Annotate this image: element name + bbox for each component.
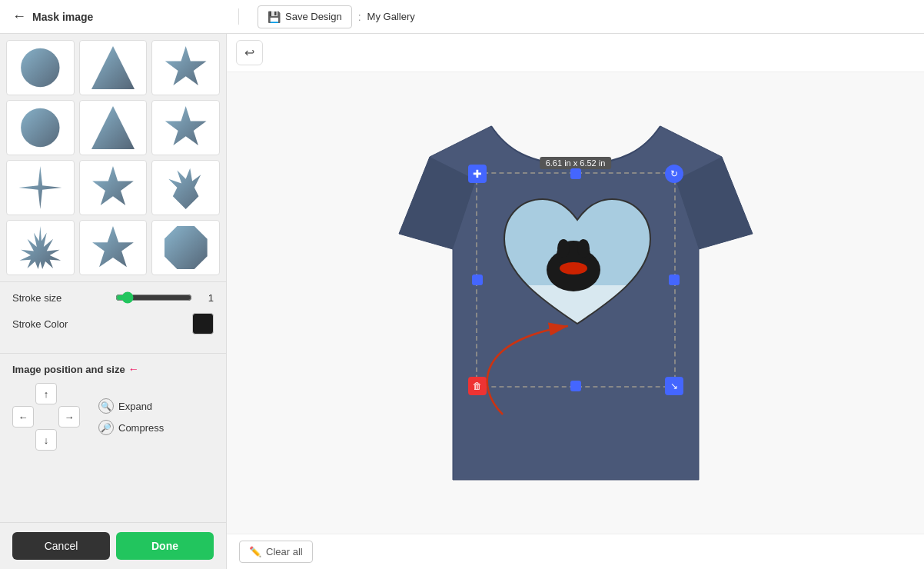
sidebar: Stroke size 1 Stroke Color Image positio… bbox=[0, 34, 227, 569]
mask-item[interactable] bbox=[6, 220, 75, 275]
canvas-main[interactable]: 6.61 in x 6.52 in ✚ ↻ 🗑 ↘ bbox=[227, 72, 924, 534]
expand-icon: 🔍 bbox=[98, 398, 114, 414]
empty-cell bbox=[12, 383, 34, 404]
compress-button[interactable]: 🔎 Compress bbox=[98, 420, 164, 435]
arrow-grid: ↑ ← → ↓ bbox=[12, 383, 80, 451]
clear-all-label: Clear all bbox=[266, 546, 303, 557]
compress-icon: 🔎 bbox=[98, 420, 114, 435]
back-button[interactable]: ← bbox=[12, 8, 26, 25]
clear-all-button[interactable]: ✏️ Clear all bbox=[239, 541, 313, 563]
empty-cell bbox=[58, 383, 80, 404]
mask-item[interactable] bbox=[79, 220, 148, 275]
position-section: Image position and size ← ↑ ← → ↓ bbox=[0, 353, 226, 460]
done-button[interactable]: Done bbox=[116, 532, 214, 560]
compress-label: Compress bbox=[118, 422, 164, 434]
divider: : bbox=[358, 11, 361, 23]
top-bar: ← Mask image 💾 Save Design : My Gallery bbox=[0, 0, 924, 34]
stroke-size-label: Stroke size bbox=[12, 292, 61, 304]
tshirt-container: 6.61 in x 6.52 in ✚ ↻ 🗑 ↘ bbox=[384, 80, 768, 526]
mask-item[interactable] bbox=[79, 100, 148, 155]
tshirt-svg bbox=[384, 80, 768, 526]
move-left-button[interactable]: ← bbox=[12, 406, 34, 428]
cancel-button[interactable]: Cancel bbox=[12, 532, 110, 560]
mask-item[interactable] bbox=[151, 40, 220, 95]
save-design-label: Save Design bbox=[285, 11, 342, 22]
save-icon: 💾 bbox=[268, 11, 281, 23]
move-down-button[interactable]: ↓ bbox=[35, 429, 57, 451]
mask-item[interactable] bbox=[79, 40, 148, 95]
empty-cell bbox=[35, 406, 57, 428]
page-title: Mask image bbox=[32, 11, 93, 23]
empty-cell bbox=[58, 429, 80, 451]
eraser-icon: ✏️ bbox=[249, 546, 261, 557]
sidebar-header: ← Mask image bbox=[12, 8, 239, 25]
stroke-color-row: Stroke Color bbox=[12, 313, 214, 334]
position-title-text: Image position and size bbox=[12, 364, 125, 375]
position-arrow-icon: ← bbox=[128, 363, 139, 375]
top-actions: 💾 Save Design : My Gallery bbox=[245, 5, 415, 28]
main-layout: Stroke size 1 Stroke Color Image positio… bbox=[0, 34, 924, 569]
my-gallery-button[interactable]: My Gallery bbox=[367, 11, 415, 22]
mask-item[interactable] bbox=[6, 160, 75, 215]
stroke-color-label: Stroke Color bbox=[12, 318, 68, 330]
undo-button[interactable]: ↩ bbox=[236, 40, 263, 65]
mask-grid bbox=[0, 34, 226, 281]
mask-item[interactable] bbox=[79, 160, 148, 215]
position-title: Image position and size ← bbox=[12, 363, 214, 375]
position-controls: ↑ ← → ↓ 🔍 Expand 🔎 bbox=[12, 383, 214, 451]
zoom-controls: 🔍 Expand 🔎 Compress bbox=[98, 398, 164, 435]
mask-item[interactable] bbox=[151, 160, 220, 215]
mask-item[interactable] bbox=[151, 220, 220, 275]
stroke-size-slider[interactable] bbox=[115, 291, 192, 304]
stroke-controls: Stroke size 1 Stroke Color bbox=[0, 281, 226, 353]
canvas-area: ↩ 6.61 in x 6.52 in bbox=[227, 34, 924, 569]
stroke-color-swatch[interactable] bbox=[192, 313, 214, 334]
empty-cell bbox=[12, 429, 34, 451]
move-up-button[interactable]: ↑ bbox=[35, 383, 57, 404]
save-design-button[interactable]: 💾 Save Design bbox=[258, 5, 352, 28]
bottom-buttons: Cancel Done bbox=[0, 522, 226, 569]
canvas-bottom: ✏️ Clear all bbox=[227, 534, 924, 569]
stroke-slider-container: 1 bbox=[115, 291, 214, 304]
mask-item[interactable] bbox=[151, 100, 220, 155]
expand-label: Expand bbox=[118, 401, 152, 412]
stroke-size-row: Stroke size 1 bbox=[12, 291, 214, 304]
canvas-toolbar: ↩ bbox=[227, 34, 924, 72]
stroke-size-value: 1 bbox=[198, 292, 214, 304]
mask-item[interactable] bbox=[6, 40, 75, 95]
move-right-button[interactable]: → bbox=[58, 406, 80, 428]
expand-button[interactable]: 🔍 Expand bbox=[98, 398, 164, 414]
mask-item[interactable] bbox=[6, 100, 75, 155]
